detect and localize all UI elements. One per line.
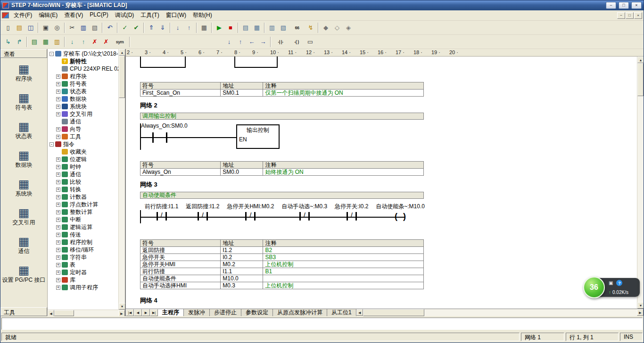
- mdi-minimize-button[interactable]: −: [617, 12, 625, 19]
- print-button[interactable]: ▣: [40, 22, 51, 33]
- floating-speed-widget[interactable]: ▣ ? ↑ 0.02K/s 36: [583, 276, 644, 300]
- scroll-left-button[interactable]: ◀: [48, 310, 54, 317]
- ladder-box-partial[interactable]: [140, 57, 186, 68]
- upload-button[interactable]: ⇑: [146, 22, 157, 33]
- tree-expander[interactable]: +: [56, 203, 60, 207]
- viewbar-item-4[interactable]: ▦系统块: [0, 173, 47, 202]
- tree-item-28[interactable]: +表: [49, 261, 118, 269]
- save-button[interactable]: ◫: [25, 22, 36, 33]
- menu-item-5[interactable]: 工具(T): [137, 10, 162, 21]
- tree-expander[interactable]: -: [50, 52, 54, 56]
- scroll-thumb[interactable]: [54, 310, 74, 316]
- tree-item-3[interactable]: +程序块: [49, 73, 118, 80]
- tree-item-24[interactable]: +传送: [49, 231, 118, 238]
- restore-button[interactable]: □: [619, 2, 629, 9]
- scroll-track[interactable]: [119, 56, 125, 303]
- ladder-box-partial[interactable]: [234, 57, 278, 68]
- tree-item-29[interactable]: +定时器: [49, 269, 118, 276]
- tree-expander[interactable]: +: [56, 210, 60, 214]
- menu-item-2[interactable]: 查看(V): [61, 10, 86, 21]
- viewbar-item-3[interactable]: ▦数据块: [0, 144, 47, 173]
- symbol-row[interactable]: 返回防撞I1.2B2: [140, 247, 424, 254]
- tree-item-9[interactable]: 通信: [49, 118, 118, 125]
- scroll-track[interactable]: [363, 309, 637, 316]
- insert-coil-button[interactable]: -( ): [289, 36, 305, 47]
- menu-item-0[interactable]: 文件(F): [10, 10, 35, 21]
- tree-expander[interactable]: +: [56, 74, 60, 79]
- goto-next-down-button[interactable]: ↓: [223, 36, 235, 47]
- tree-expander[interactable]: +: [56, 240, 60, 245]
- tree-item-4[interactable]: +符号表: [49, 80, 118, 88]
- compile-all-button[interactable]: ✔: [131, 22, 142, 33]
- viewbar-item-0[interactable]: ▦程序块: [0, 58, 47, 87]
- toolsbar-header[interactable]: 工具: [0, 307, 47, 316]
- view-status-chart-button[interactable]: ▥: [51, 36, 63, 47]
- tree-item-2[interactable]: CPU 224XP REL 02: [49, 65, 118, 73]
- scroll-up-button[interactable]: ▲: [119, 49, 125, 56]
- speed-ball[interactable]: 36: [583, 277, 605, 298]
- viewbar-item-6[interactable]: ▦通信: [0, 230, 47, 259]
- viewbar-item-7[interactable]: ▦设置 PG/PC 接口: [0, 259, 47, 288]
- tree-item-27[interactable]: +字符串: [49, 253, 118, 261]
- program-status-chart-button[interactable]: ▤: [240, 22, 251, 33]
- scroll-left-button[interactable]: ◀: [356, 309, 363, 316]
- tree-item-17[interactable]: +比较: [49, 178, 118, 186]
- insert-contact-button[interactable]: -| |-: [272, 36, 289, 47]
- tree-expander[interactable]: +: [56, 218, 60, 222]
- tree-item-20[interactable]: +浮点数计算: [49, 201, 118, 208]
- goto-right-button[interactable]: →: [257, 36, 269, 47]
- tree-expander[interactable]: +: [56, 82, 60, 86]
- tree-expander[interactable]: -: [50, 142, 54, 147]
- insert-network-button[interactable]: ↑: [78, 36, 89, 47]
- tree-expander[interactable]: +: [56, 180, 60, 184]
- sort-ascending-button[interactable]: ↓: [172, 22, 183, 33]
- tab-scroll-next[interactable]: ▶: [142, 309, 150, 316]
- tab-scroll-last[interactable]: ▶|: [150, 309, 158, 316]
- ladder-branch-up-button[interactable]: ↱: [14, 36, 25, 47]
- bookmark-clear-button[interactable]: ◈: [343, 22, 354, 33]
- trend-view-button[interactable]: ▧: [278, 22, 289, 33]
- run-button[interactable]: ▶: [214, 22, 225, 33]
- function-box[interactable]: 输出控制 EN: [236, 124, 280, 149]
- bookmark-next-button[interactable]: ◇: [331, 22, 343, 33]
- scroll-thumb[interactable]: [119, 56, 125, 98]
- tree-expander[interactable]: +: [56, 105, 60, 109]
- tree-expander[interactable]: +: [56, 225, 60, 229]
- tree-item-15[interactable]: +时钟: [49, 163, 118, 171]
- scroll-right-button[interactable]: ▶: [637, 309, 644, 316]
- menu-item-6[interactable]: 窗口(W): [163, 10, 190, 21]
- view-program-block-button[interactable]: ▤: [29, 36, 40, 47]
- mdi-close-button[interactable]: ×: [634, 12, 642, 19]
- tree-expander[interactable]: +: [56, 248, 60, 252]
- tab-scroll-first[interactable]: |◀: [126, 309, 134, 316]
- program-tab-2[interactable]: 步进停止: [210, 309, 241, 316]
- tree-item-13[interactable]: 收藏夹: [49, 148, 118, 155]
- tree-vertical-scrollbar[interactable]: ▲ ▼: [118, 49, 125, 310]
- mdi-restore-button[interactable]: □: [626, 12, 634, 19]
- pause-status-chart-button[interactable]: ▦: [251, 22, 263, 33]
- paste-button[interactable]: ▧: [89, 22, 100, 33]
- delete-network-button[interactable]: ✗: [100, 36, 112, 47]
- program-tab-3[interactable]: 参数设定: [241, 309, 273, 316]
- tree-expander[interactable]: +: [56, 172, 60, 177]
- tree-item-7[interactable]: +系统块: [49, 103, 118, 110]
- title-bar[interactable]: STEP 7-Micro/WIN - 穿梭车 - [SIMATIC LAD] −…: [0, 0, 644, 10]
- toggle-symbolic-addressing-button[interactable]: sym: [112, 36, 128, 47]
- viewbar-item-1[interactable]: ▦符号表: [0, 87, 47, 115]
- symbol-row[interactable]: Always_OnSM0.0始终接通为 ON: [140, 169, 424, 176]
- copy-button[interactable]: ▥: [78, 22, 89, 33]
- tree-item-12[interactable]: -指令: [49, 140, 118, 148]
- tree-item-16[interactable]: +通信: [49, 171, 118, 178]
- print-preview-button[interactable]: ◎: [51, 22, 63, 33]
- camera-icon[interactable]: ▣: [609, 280, 613, 286]
- nc-contact-element[interactable]: 自动手动选~:M0.3/: [281, 203, 327, 223]
- viewbar-header[interactable]: 查看: [0, 49, 47, 58]
- undo-button[interactable]: ↶: [104, 22, 116, 33]
- goto-next-up-button[interactable]: ↑: [235, 36, 246, 47]
- view-symbol-table-button[interactable]: ▦: [40, 36, 51, 47]
- viewbar-item-2[interactable]: ▦状态表: [0, 115, 47, 144]
- nc-contact-element[interactable]: 急停开关:I0.2/: [335, 203, 368, 223]
- tree-item-25[interactable]: +程序控制: [49, 238, 118, 246]
- tree-item-11[interactable]: +工具: [49, 133, 118, 140]
- cut-button[interactable]: ✂: [66, 22, 78, 33]
